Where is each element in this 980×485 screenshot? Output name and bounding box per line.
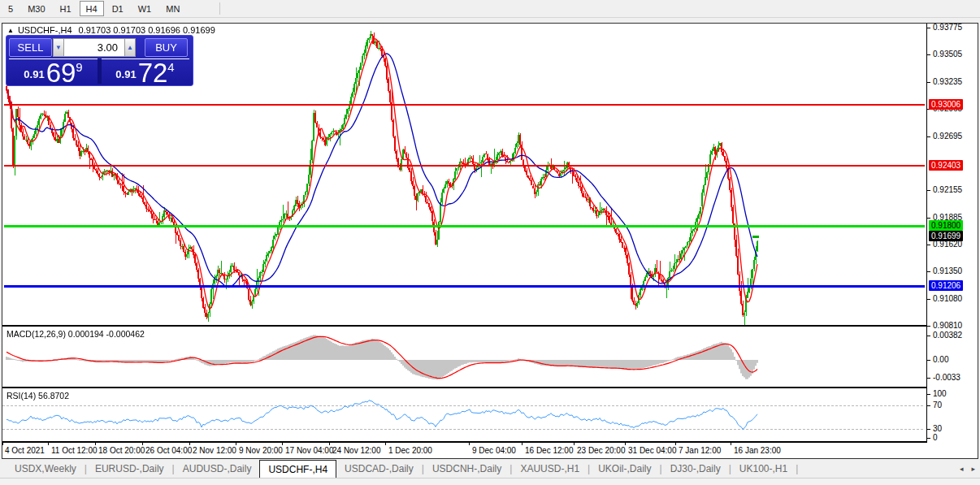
date-tick: [675, 443, 676, 445]
date-tick: [469, 443, 470, 445]
date-tick: [48, 443, 49, 445]
date-tick-label: 26 Oct 04:00: [145, 446, 192, 455]
price-tick-label: 0.00382: [933, 331, 962, 340]
sell-price-base: 0.91: [24, 68, 44, 80]
date-tick: [625, 443, 626, 445]
price-line-label: 0.91800: [929, 220, 963, 231]
axis-tick: [927, 245, 930, 245]
buy-button[interactable]: BUY: [145, 38, 188, 57]
volume-decrease-button[interactable]: ▼: [53, 38, 64, 57]
tab-separator: |: [796, 460, 798, 478]
one-click-trading-panel: SELL ▼ ▲ BUY 0.91 69 9 0.91 72 4: [6, 35, 193, 86]
axis-tick: [927, 299, 930, 300]
price-line-label: 0.91206: [929, 280, 963, 291]
date-tick-label: 1 Dec 20:00: [388, 446, 432, 455]
chart-window: ▲ USDCHF-,H4 0.91703 0.91703 0.91696 0.9…: [2, 23, 978, 459]
axis-tick: [927, 136, 930, 137]
axis-tick: [927, 190, 930, 191]
status-bar: [0, 478, 980, 485]
buy-price[interactable]: 0.91 72 4: [101, 60, 189, 84]
date-axis[interactable]: 4 Oct 202111 Oct 12:0018 Oct 20:0026 Oct…: [2, 443, 978, 458]
rsi-label: RSI(14) 56.8702: [7, 391, 69, 401]
rsi-panel[interactable]: RSI(14) 56.8702: [2, 388, 926, 441]
date-tick: [189, 443, 190, 445]
price-axis[interactable]: 0.937750.935050.932350.929650.926950.921…: [926, 24, 978, 443]
date-tick: [236, 443, 236, 445]
price-line-label: 0.91699: [929, 231, 963, 241]
axis-tick: [927, 54, 930, 55]
date-tick-label: 23 Dec 20:00: [577, 446, 626, 455]
date-tick: [282, 443, 283, 445]
date-tick-label: 7 Jan 12:00: [679, 446, 721, 455]
date-tick-label: 24 Nov 12:00: [332, 446, 381, 455]
date-tick: [2, 443, 3, 445]
axis-tick: [927, 360, 930, 361]
timeframe-button-w1[interactable]: W1: [132, 1, 158, 16]
tab-dj30-daily[interactable]: DJ30-,Daily: [662, 460, 729, 478]
axis-tick: [927, 438, 930, 439]
axis-tick: [927, 429, 930, 430]
date-tick-label: 9 Dec 04:00: [472, 446, 516, 455]
chart-tabs: USDX,Weekly|EURUSD-,Daily|AUDUSD-,DailyU…: [0, 460, 798, 478]
date-tick-label: 11 Oct 12:00: [51, 446, 98, 455]
date-tick: [731, 443, 731, 445]
axis-tick: [927, 271, 930, 272]
price-tick-label: 0.00: [933, 355, 948, 365]
price-line-label: 0.92403: [929, 160, 963, 171]
chart-title: ▲ USDCHF-,H4 0.91703 0.91703 0.91696 0.9…: [7, 25, 215, 35]
volume-increase-button[interactable]: ▲: [124, 38, 136, 57]
axis-tick: [927, 28, 930, 28]
timeframe-button-d1[interactable]: D1: [106, 1, 130, 16]
tab-ukoil-daily[interactable]: UKOil-,Daily: [590, 460, 659, 478]
date-tick: [385, 443, 386, 445]
main-chart-panel[interactable]: ▲ USDCHF-,H4 0.91703 0.91703 0.91696 0.9…: [2, 24, 926, 325]
axis-tick: [927, 394, 930, 395]
tab-uk100-h1[interactable]: UK100-,H1: [731, 460, 796, 478]
sell-price[interactable]: 0.91 69 9: [9, 60, 98, 84]
tab-audusd-daily[interactable]: AUDUSD-,Daily: [175, 460, 260, 478]
timeframe-button-mn[interactable]: MN: [159, 1, 186, 16]
date-tick-label: 31 Dec 04:00: [628, 446, 677, 455]
price-tick-label: 0.90810: [933, 321, 962, 331]
timeframe-button-m30[interactable]: M30: [21, 1, 51, 16]
price-tick-label: -0.0033: [933, 373, 960, 383]
price-tick-label: 0.92155: [933, 185, 962, 195]
date-tick: [522, 443, 523, 445]
price-tick-label: 0.93505: [933, 50, 962, 59]
tab-eurusd-daily[interactable]: EURUSD-,Daily: [87, 460, 172, 478]
date-tick-label: 17 Nov 04:00: [285, 446, 334, 455]
price-tick-label: 0: [933, 433, 938, 443]
sell-button[interactable]: SELL: [9, 38, 52, 57]
axis-tick: [927, 405, 930, 406]
axis-tick: [927, 218, 930, 219]
buy-price-base: 0.91: [115, 68, 136, 80]
toolbar-divider: [219, 2, 220, 15]
axis-tick: [927, 326, 930, 327]
collapse-panel-icon[interactable]: ▲: [7, 27, 14, 34]
chart-tabs-bar: USDX,Weekly|EURUSD-,Daily|AUDUSD-,DailyU…: [0, 460, 980, 478]
metatrader-window: 5M30H1H4D1W1MN ▲ USDCHF-,H4 0.91703 0.91…: [0, 0, 980, 485]
axis-tick: [927, 378, 930, 379]
volume-input[interactable]: [64, 38, 124, 57]
sell-price-big: 69: [46, 62, 76, 84]
macd-panel[interactable]: MACD(12,26,9) 0.000194 -0.000462: [2, 327, 926, 387]
tab-xauusd-h1[interactable]: XAUUSD-,H1: [512, 460, 588, 478]
chart-ohlc-values: 0.91703 0.91703 0.91696 0.91699: [79, 25, 215, 35]
tabs-scroll-left-icon[interactable]: ◂: [960, 465, 964, 473]
timeframe-button-5[interactable]: 5: [2, 1, 20, 16]
tab-usdcnh-daily[interactable]: USDCNH-,Daily: [424, 460, 510, 478]
date-tick-label: 9 Nov 20:00: [239, 446, 283, 455]
tab-usdchf-h4[interactable]: USDCHF-,H4: [259, 460, 336, 478]
tab-usdcad-daily[interactable]: USDCAD-,Daily: [336, 460, 422, 478]
date-tick-label: 16 Dec 12:00: [525, 446, 574, 455]
rsi-canvas[interactable]: [2, 388, 926, 441]
date-tick: [142, 443, 143, 445]
tab-usdx-weekly[interactable]: USDX,Weekly: [7, 460, 85, 478]
timeframe-button-h1[interactable]: H1: [54, 1, 78, 16]
buy-price-big: 72: [138, 62, 168, 84]
date-tick: [329, 443, 330, 445]
tabs-scroll-right-icon[interactable]: ▸: [971, 465, 975, 473]
date-tick-label: 18 Oct 20:00: [98, 446, 145, 455]
price-tick-label: 0.93235: [933, 77, 962, 87]
timeframe-button-h4[interactable]: H4: [80, 1, 104, 16]
